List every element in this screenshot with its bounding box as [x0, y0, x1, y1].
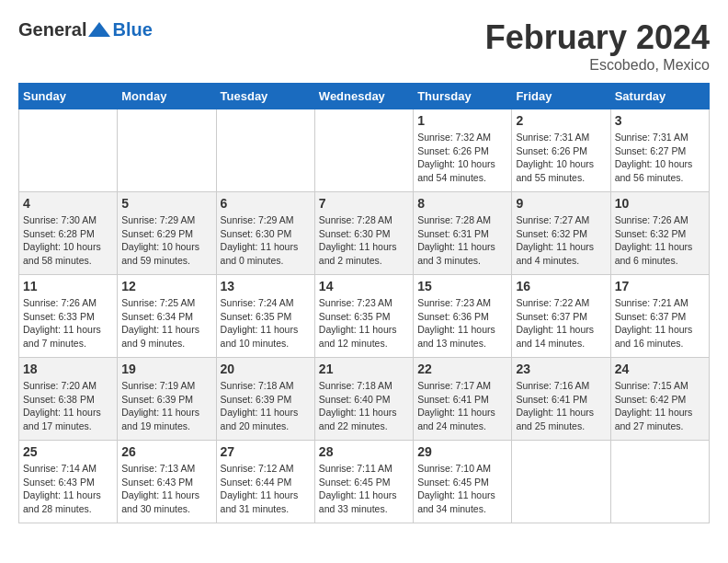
day-info: Sunrise: 7:26 AM Sunset: 6:32 PM Dayligh…	[615, 213, 705, 268]
day-number: 25	[23, 444, 113, 459]
day-info: Sunrise: 7:31 AM Sunset: 6:27 PM Dayligh…	[615, 131, 705, 185]
day-info: Sunrise: 7:14 AM Sunset: 6:43 PM Dayligh…	[23, 462, 113, 516]
day-number: 29	[417, 444, 507, 459]
logo-blue-text: Blue	[112, 19, 152, 40]
calendar-cell: 11Sunrise: 7:26 AM Sunset: 6:33 PM Dayli…	[19, 275, 118, 358]
day-info: Sunrise: 7:21 AM Sunset: 6:37 PM Dayligh…	[615, 296, 705, 350]
calendar-cell: 8Sunrise: 7:28 AM Sunset: 6:31 PM Daylig…	[414, 192, 512, 275]
day-info: Sunrise: 7:19 AM Sunset: 6:39 PM Dayligh…	[121, 379, 211, 433]
header-sunday: Sunday	[19, 84, 118, 109]
header-monday: Monday	[118, 84, 216, 109]
header-friday: Friday	[512, 84, 610, 109]
day-number: 8	[417, 196, 507, 211]
day-info: Sunrise: 7:11 AM Sunset: 6:45 PM Dayligh…	[319, 462, 409, 516]
calendar-cell: 18Sunrise: 7:20 AM Sunset: 6:38 PM Dayli…	[19, 358, 118, 441]
calendar-cell: 6Sunrise: 7:29 AM Sunset: 6:30 PM Daylig…	[216, 192, 314, 275]
calendar-cell: 14Sunrise: 7:23 AM Sunset: 6:35 PM Dayli…	[314, 275, 413, 358]
day-info: Sunrise: 7:31 AM Sunset: 6:26 PM Dayligh…	[516, 131, 606, 185]
calendar-cell: 25Sunrise: 7:14 AM Sunset: 6:43 PM Dayli…	[19, 441, 118, 523]
week-row-4: 18Sunrise: 7:20 AM Sunset: 6:38 PM Dayli…	[19, 358, 710, 441]
calendar-cell: 3Sunrise: 7:31 AM Sunset: 6:27 PM Daylig…	[610, 109, 709, 192]
day-number: 17	[615, 279, 705, 293]
day-number: 2	[516, 113, 606, 128]
day-info: Sunrise: 7:26 AM Sunset: 6:33 PM Dayligh…	[23, 296, 113, 350]
day-info: Sunrise: 7:15 AM Sunset: 6:42 PM Dayligh…	[615, 379, 705, 433]
calendar-cell: 19Sunrise: 7:19 AM Sunset: 6:39 PM Dayli…	[118, 358, 216, 441]
day-number: 11	[23, 279, 113, 293]
calendar-cell	[512, 441, 610, 523]
day-info: Sunrise: 7:25 AM Sunset: 6:34 PM Dayligh…	[121, 296, 211, 350]
day-number: 12	[121, 279, 211, 293]
calendar-cell: 4Sunrise: 7:30 AM Sunset: 6:28 PM Daylig…	[19, 192, 118, 275]
day-number: 20	[221, 362, 311, 376]
calendar-cell: 24Sunrise: 7:15 AM Sunset: 6:42 PM Dayli…	[610, 358, 709, 441]
day-number: 3	[615, 113, 705, 128]
day-info: Sunrise: 7:32 AM Sunset: 6:26 PM Dayligh…	[417, 131, 507, 185]
day-info: Sunrise: 7:29 AM Sunset: 6:29 PM Dayligh…	[121, 213, 211, 268]
week-row-1: 1Sunrise: 7:32 AM Sunset: 6:26 PM Daylig…	[19, 109, 710, 192]
header-wednesday: Wednesday	[314, 84, 413, 109]
week-row-3: 11Sunrise: 7:26 AM Sunset: 6:33 PM Dayli…	[19, 275, 710, 358]
calendar-cell: 26Sunrise: 7:13 AM Sunset: 6:43 PM Dayli…	[118, 441, 216, 523]
calendar-cell	[314, 109, 413, 192]
day-number: 16	[516, 279, 606, 293]
week-row-2: 4Sunrise: 7:30 AM Sunset: 6:28 PM Daylig…	[19, 192, 710, 275]
calendar-cell: 15Sunrise: 7:23 AM Sunset: 6:36 PM Dayli…	[414, 275, 512, 358]
calendar-cell: 22Sunrise: 7:17 AM Sunset: 6:41 PM Dayli…	[414, 358, 512, 441]
header-saturday: Saturday	[610, 84, 709, 109]
day-info: Sunrise: 7:27 AM Sunset: 6:32 PM Dayligh…	[516, 213, 606, 268]
calendar-cell: 20Sunrise: 7:18 AM Sunset: 6:39 PM Dayli…	[216, 358, 314, 441]
calendar-table: SundayMondayTuesdayWednesdayThursdayFrid…	[18, 83, 710, 523]
calendar-cell: 5Sunrise: 7:29 AM Sunset: 6:29 PM Daylig…	[118, 192, 216, 275]
day-info: Sunrise: 7:17 AM Sunset: 6:41 PM Dayligh…	[417, 379, 507, 433]
calendar-cell: 13Sunrise: 7:24 AM Sunset: 6:35 PM Dayli…	[216, 275, 314, 358]
day-info: Sunrise: 7:24 AM Sunset: 6:35 PM Dayligh…	[221, 296, 311, 350]
day-number: 15	[417, 279, 507, 293]
day-info: Sunrise: 7:12 AM Sunset: 6:44 PM Dayligh…	[221, 462, 311, 516]
day-info: Sunrise: 7:13 AM Sunset: 6:43 PM Dayligh…	[121, 462, 211, 516]
day-number: 21	[319, 362, 409, 376]
day-number: 19	[121, 362, 211, 376]
calendar-cell: 12Sunrise: 7:25 AM Sunset: 6:34 PM Dayli…	[118, 275, 216, 358]
calendar-cell: 16Sunrise: 7:22 AM Sunset: 6:37 PM Dayli…	[512, 275, 610, 358]
title-block: February 2024 Escobedo, Mexico	[485, 18, 710, 74]
day-number: 9	[516, 196, 606, 211]
day-number: 4	[23, 196, 113, 211]
svg-marker-0	[88, 22, 110, 37]
logo-icon	[88, 18, 110, 40]
header-thursday: Thursday	[414, 84, 512, 109]
day-info: Sunrise: 7:18 AM Sunset: 6:39 PM Dayligh…	[221, 379, 311, 433]
day-info: Sunrise: 7:10 AM Sunset: 6:45 PM Dayligh…	[417, 462, 507, 516]
day-number: 5	[121, 196, 211, 211]
day-number: 18	[23, 362, 113, 376]
day-info: Sunrise: 7:23 AM Sunset: 6:36 PM Dayligh…	[417, 296, 507, 350]
day-number: 1	[417, 113, 507, 128]
day-info: Sunrise: 7:29 AM Sunset: 6:30 PM Dayligh…	[221, 213, 311, 268]
calendar-header-row: SundayMondayTuesdayWednesdayThursdayFrid…	[19, 84, 710, 109]
calendar-cell: 7Sunrise: 7:28 AM Sunset: 6:30 PM Daylig…	[314, 192, 413, 275]
calendar-cell: 9Sunrise: 7:27 AM Sunset: 6:32 PM Daylig…	[512, 192, 610, 275]
day-info: Sunrise: 7:22 AM Sunset: 6:37 PM Dayligh…	[516, 296, 606, 350]
day-info: Sunrise: 7:18 AM Sunset: 6:40 PM Dayligh…	[319, 379, 409, 433]
header-tuesday: Tuesday	[216, 84, 314, 109]
calendar-cell	[118, 109, 216, 192]
calendar-cell	[216, 109, 314, 192]
day-number: 22	[417, 362, 507, 376]
day-info: Sunrise: 7:23 AM Sunset: 6:35 PM Dayligh…	[319, 296, 409, 350]
calendar-cell: 1Sunrise: 7:32 AM Sunset: 6:26 PM Daylig…	[414, 109, 512, 192]
logo: General Blue	[18, 18, 153, 40]
calendar-cell	[19, 109, 118, 192]
day-number: 14	[319, 279, 409, 293]
page-header: General Blue February 2024 Escobedo, Mex…	[18, 18, 710, 74]
day-info: Sunrise: 7:16 AM Sunset: 6:41 PM Dayligh…	[516, 379, 606, 433]
calendar-cell: 2Sunrise: 7:31 AM Sunset: 6:26 PM Daylig…	[512, 109, 610, 192]
calendar-cell: 10Sunrise: 7:26 AM Sunset: 6:32 PM Dayli…	[610, 192, 709, 275]
day-number: 28	[319, 444, 409, 459]
day-number: 23	[516, 362, 606, 376]
day-number: 26	[121, 444, 211, 459]
day-info: Sunrise: 7:28 AM Sunset: 6:31 PM Dayligh…	[417, 213, 507, 268]
calendar-cell: 17Sunrise: 7:21 AM Sunset: 6:37 PM Dayli…	[610, 275, 709, 358]
day-info: Sunrise: 7:30 AM Sunset: 6:28 PM Dayligh…	[23, 213, 113, 268]
calendar-cell: 29Sunrise: 7:10 AM Sunset: 6:45 PM Dayli…	[414, 441, 512, 523]
calendar-cell: 27Sunrise: 7:12 AM Sunset: 6:44 PM Dayli…	[216, 441, 314, 523]
